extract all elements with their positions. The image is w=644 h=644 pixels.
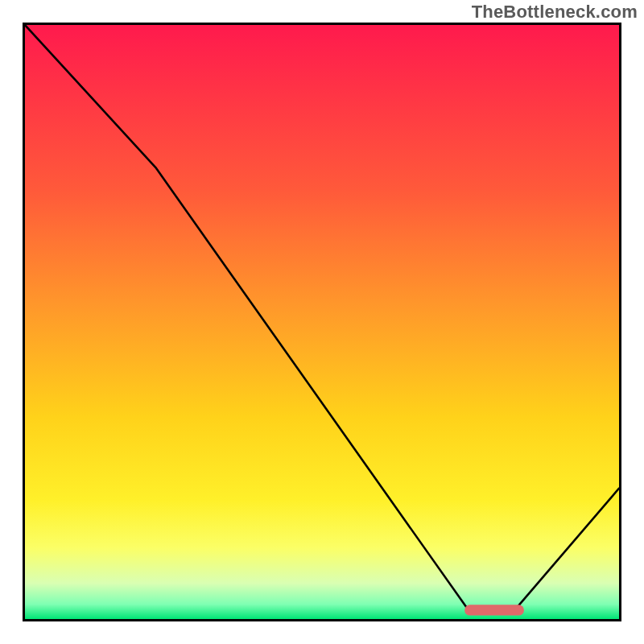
plot-area	[23, 23, 621, 621]
bottleneck-curve	[25, 25, 619, 613]
chart-overlay	[25, 25, 619, 619]
optimal-range-marker	[464, 605, 524, 615]
watermark-label: TheBottleneck.com	[472, 2, 638, 23]
chart-stage: TheBottleneck.com	[0, 0, 644, 644]
